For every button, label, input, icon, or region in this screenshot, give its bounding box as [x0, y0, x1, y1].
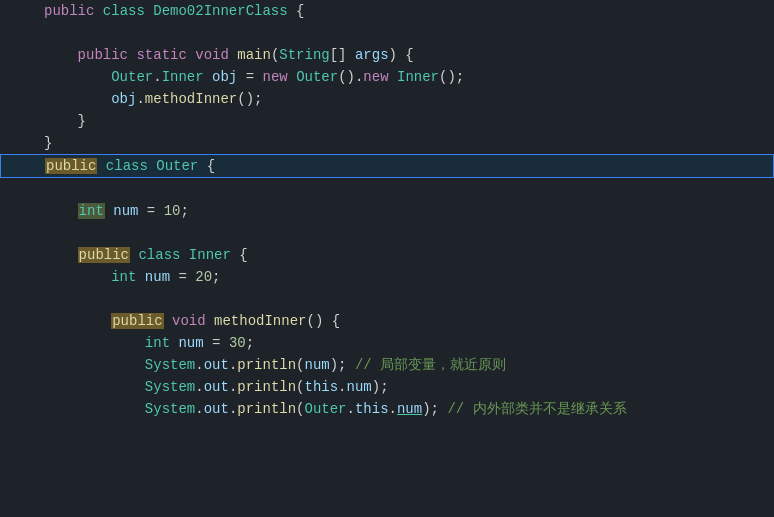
code-line-11 — [0, 222, 774, 244]
code-line-10: int num = 10; — [0, 200, 774, 222]
code-line-6: } — [0, 110, 774, 132]
line-content-4: Outer.Inner obj = new Outer().new Inner(… — [40, 66, 774, 88]
line-content-18: System.out.println(this.num); — [40, 376, 774, 398]
code-line-15: public void methodInner() { — [0, 310, 774, 332]
code-line-17: System.out.println(num); // 局部变量，就近原则 — [0, 354, 774, 376]
line-content-1: public class Demo02InnerClass { — [40, 0, 774, 22]
line-content-2 — [40, 22, 774, 44]
code-line-13: int num = 20; — [0, 266, 774, 288]
code-line-14 — [0, 288, 774, 310]
code-line-3: public static void main(String[] args) { — [0, 44, 774, 66]
code-line-18: System.out.println(this.num); — [0, 376, 774, 398]
line-content-12: public class Inner { — [40, 244, 774, 266]
code-line-12: public class Inner { — [0, 244, 774, 266]
line-content-13: int num = 20; — [40, 266, 774, 288]
code-line-2 — [0, 22, 774, 44]
code-line-7: } — [0, 132, 774, 154]
line-content-14 — [40, 288, 774, 310]
code-container: public class Demo02InnerClass { public s… — [0, 0, 774, 420]
line-content-7: } — [40, 132, 774, 154]
line-content-19: System.out.println(Outer.this.num); // 内… — [40, 398, 774, 420]
line-content-5: obj.methodInner(); — [40, 88, 774, 110]
line-content-11 — [40, 222, 774, 244]
line-content-10: int num = 10; — [40, 200, 774, 222]
line-content-15: public void methodInner() { — [40, 310, 774, 332]
code-line-19: System.out.println(Outer.this.num); // 内… — [0, 398, 774, 420]
code-line-4: Outer.Inner obj = new Outer().new Inner(… — [0, 66, 774, 88]
code-line-5: obj.methodInner(); — [0, 88, 774, 110]
line-content-17: System.out.println(num); // 局部变量，就近原则 — [40, 354, 774, 376]
line-content-9 — [40, 178, 774, 200]
code-editor: public class Demo02InnerClass { public s… — [0, 0, 774, 517]
code-line-16: int num = 30; — [0, 332, 774, 354]
line-content-8: public class Outer { — [41, 155, 773, 177]
line-content-3: public static void main(String[] args) { — [40, 44, 774, 66]
code-line-8: public class Outer { — [0, 154, 774, 178]
line-content-6: } — [40, 110, 774, 132]
line-content-16: int num = 30; — [40, 332, 774, 354]
code-line-9 — [0, 178, 774, 200]
code-line-1: public class Demo02InnerClass { — [0, 0, 774, 22]
